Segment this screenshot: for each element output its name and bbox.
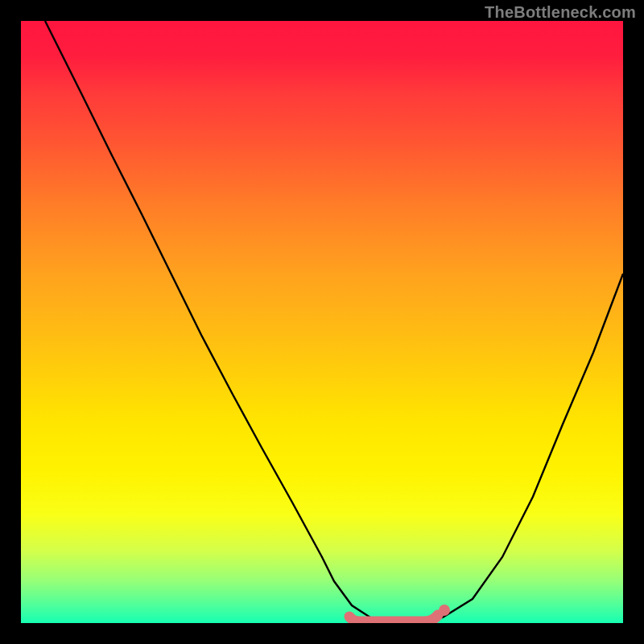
bottleneck-curve (45, 21, 623, 623)
flat-band-highlight (349, 615, 438, 621)
curve-svg (21, 21, 623, 623)
chart-stage: TheBottleneck.com (0, 0, 644, 644)
watermark-label: TheBottleneck.com (485, 3, 636, 22)
band-end-dot (439, 605, 450, 616)
chart-plot-area (21, 21, 623, 623)
